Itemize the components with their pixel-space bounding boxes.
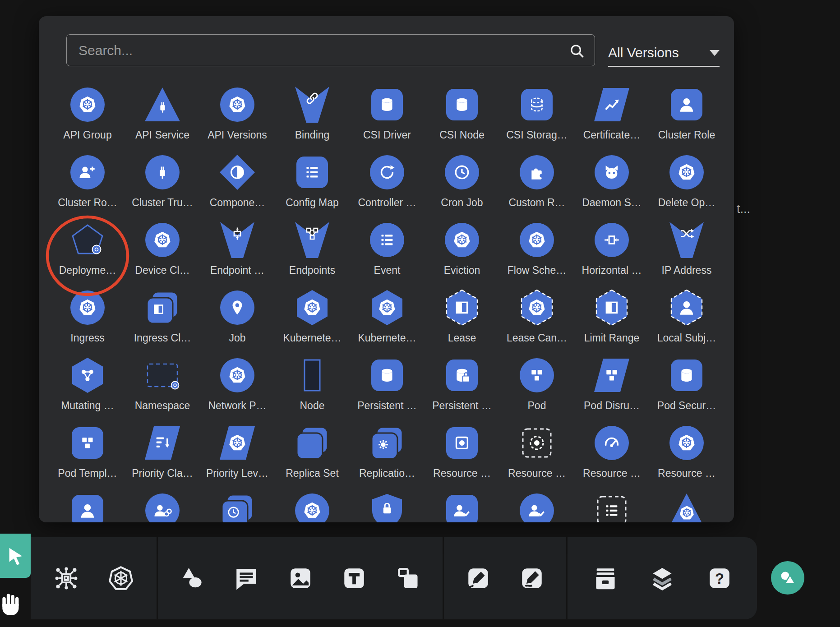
library-item[interactable]: Pod <box>499 357 574 425</box>
library-item-label: Resource … <box>583 467 641 479</box>
search-input[interactable] <box>67 35 595 66</box>
library-item[interactable]: Flow Sche… <box>499 222 574 290</box>
library-item[interactable]: Horizontal … <box>574 222 649 290</box>
library-item[interactable] <box>125 493 200 522</box>
library-item[interactable]: Pod Disru… <box>574 357 649 425</box>
network-diagram-tool-button[interactable] <box>47 559 86 598</box>
library-item[interactable] <box>425 493 499 522</box>
shapes-fab-button[interactable] <box>771 561 804 595</box>
library-item[interactable]: Compone… <box>200 154 275 222</box>
hand-icon <box>0 588 26 616</box>
library-item[interactable]: Custom R… <box>499 154 574 222</box>
library-item[interactable] <box>499 493 574 522</box>
pencil-tool-button[interactable] <box>512 559 551 598</box>
library-item[interactable]: Cluster Role <box>649 87 724 154</box>
comment-tool-button[interactable] <box>227 559 266 598</box>
k8s-wheel-icon <box>519 222 555 258</box>
pen-tool-button[interactable] <box>459 559 498 598</box>
library-item[interactable]: Deployme… <box>50 222 125 290</box>
library-item[interactable]: Certificate… <box>574 87 649 154</box>
link-icon <box>294 87 330 123</box>
library-item[interactable]: Replicatio… <box>350 425 425 493</box>
library-item[interactable]: Resource … <box>649 425 724 493</box>
selection-tool-button[interactable] <box>0 534 31 578</box>
library-item[interactable]: Persistent … <box>425 357 499 425</box>
shapes-tool-button[interactable] <box>173 559 212 598</box>
library-item[interactable]: Priority Cla… <box>125 425 200 493</box>
library-item[interactable]: Kubernete… <box>350 290 425 357</box>
library-item[interactable] <box>275 493 350 522</box>
library-item[interactable]: Job <box>200 290 275 357</box>
daemon-icon <box>594 154 630 190</box>
library-item-label: CSI Driver <box>363 129 411 141</box>
kubernetes-tool-button[interactable] <box>102 559 140 598</box>
library-item[interactable] <box>200 493 275 522</box>
library-item-label: Kubernete… <box>358 332 416 344</box>
library-item[interactable]: CSI Storag… <box>499 87 574 154</box>
library-item[interactable]: Lease <box>425 290 499 357</box>
library-item[interactable]: Ingress Cl… <box>125 290 200 357</box>
library-item[interactable]: Persistent … <box>350 357 425 425</box>
clock-icon <box>444 154 480 190</box>
comment-icon <box>233 565 259 591</box>
library-item[interactable]: Config Map <box>275 154 350 222</box>
library-item[interactable]: Cron Job <box>425 154 499 222</box>
library-item[interactable]: API Versions <box>200 87 275 154</box>
image-icon <box>287 565 314 591</box>
library-item[interactable]: Mutating … <box>50 357 125 425</box>
library-item[interactable]: CSI Driver <box>350 87 425 154</box>
image-tool-button[interactable] <box>281 559 320 598</box>
library-item[interactable]: CSI Node <box>425 87 499 154</box>
text-tool-button[interactable] <box>335 559 374 598</box>
archive-tool-button[interactable] <box>586 559 625 598</box>
library-item[interactable]: Delete Op… <box>649 154 724 222</box>
library-item[interactable]: Network P… <box>200 357 275 425</box>
library-item[interactable]: Resource … <box>425 425 499 493</box>
library-item-label: Config Map <box>286 197 339 209</box>
library-item[interactable]: Resource … <box>574 425 649 493</box>
library-item[interactable]: Ingress <box>50 290 125 357</box>
help-tool-button[interactable]: ? <box>700 559 739 598</box>
library-item[interactable]: Device Cl… <box>125 222 200 290</box>
library-item[interactable]: Cluster Tru… <box>125 154 200 222</box>
library-item[interactable] <box>649 493 724 522</box>
none-icon <box>69 222 106 258</box>
database-icon <box>444 87 480 123</box>
frame-tool-button[interactable] <box>389 559 428 598</box>
library-item[interactable]: Replica Set <box>275 425 350 493</box>
library-item-label: Delete Op… <box>658 197 715 209</box>
library-item[interactable]: Local Subj… <box>649 290 724 357</box>
library-item-label: Pod Templ… <box>58 467 117 479</box>
library-item[interactable]: Node <box>275 357 350 425</box>
hand-tool-button[interactable] <box>0 585 28 619</box>
layers-tool-button[interactable] <box>643 559 682 598</box>
library-item[interactable]: Lease Can… <box>499 290 574 357</box>
library-item[interactable]: Endpoint … <box>200 222 275 290</box>
library-item[interactable]: Eviction <box>425 222 499 290</box>
library-item[interactable] <box>50 493 125 522</box>
library-item[interactable]: Binding <box>275 87 350 154</box>
library-item[interactable]: IP Address <box>649 222 724 290</box>
selection-cursor-icon <box>5 545 26 566</box>
network-diagram-icon <box>53 565 79 591</box>
library-item-label: Limit Range <box>584 332 640 344</box>
toolbar-section <box>444 537 566 619</box>
library-item[interactable]: Daemon S… <box>574 154 649 222</box>
library-item[interactable]: API Group <box>50 87 125 154</box>
library-item[interactable]: Pod Templ… <box>50 425 125 493</box>
library-item[interactable]: Priority Lev… <box>200 425 275 493</box>
library-item[interactable]: Resource … <box>499 425 574 493</box>
library-item[interactable]: Kubernete… <box>275 290 350 357</box>
library-item[interactable]: Cluster Ro… <box>50 154 125 222</box>
library-item[interactable] <box>350 493 425 522</box>
library-item[interactable]: Pod Secur… <box>649 357 724 425</box>
version-filter-dropdown[interactable]: All Versions <box>608 40 720 67</box>
library-item[interactable]: Endpoints <box>275 222 350 290</box>
library-item[interactable]: Event <box>350 222 425 290</box>
library-item[interactable] <box>574 493 649 522</box>
library-item-label: Pod <box>528 400 546 412</box>
library-item[interactable]: Limit Range <box>574 290 649 357</box>
library-item[interactable]: Controller … <box>350 154 425 222</box>
library-item[interactable]: Namespace <box>125 357 200 425</box>
library-item[interactable]: API Service <box>125 87 200 154</box>
